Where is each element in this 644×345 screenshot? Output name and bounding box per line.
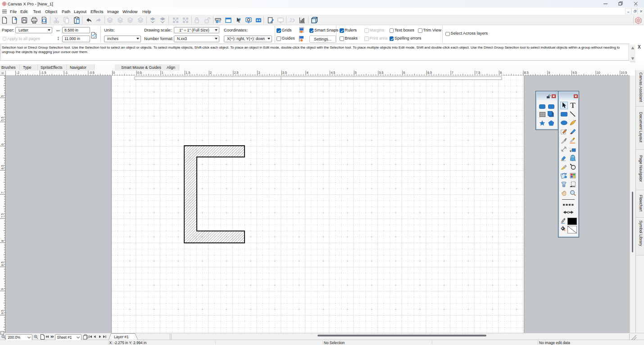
- svg-text:5: 5: [355, 71, 357, 74]
- svg-text:5.5: 5.5: [379, 71, 384, 74]
- svg-text:6.5: 6.5: [1, 165, 5, 170]
- svg-text:9: 9: [1, 288, 5, 290]
- svg-text:8.5: 8.5: [1, 261, 5, 266]
- svg-text:-1.5: -1.5: [41, 71, 46, 74]
- svg-text:4.5: 4.5: [331, 71, 335, 74]
- svg-text:6.5: 6.5: [427, 71, 432, 74]
- svg-text:-0.5: -0.5: [89, 71, 95, 74]
- svg-text:5.5: 5.5: [1, 116, 5, 121]
- svg-text:6: 6: [1, 143, 5, 145]
- svg-text:9.5: 9.5: [572, 71, 577, 74]
- svg-text:7.5: 7.5: [476, 71, 481, 74]
- svg-text:6: 6: [403, 71, 405, 74]
- svg-text:10.5: 10.5: [621, 71, 627, 74]
- svg-text:7.5: 7.5: [1, 213, 5, 218]
- svg-text:0: 0: [113, 71, 115, 74]
- svg-text:9.5: 9.5: [1, 310, 5, 314]
- svg-text:9: 9: [549, 71, 550, 74]
- svg-text:10: 10: [597, 71, 600, 74]
- svg-text:1: 1: [162, 71, 163, 74]
- svg-text:4: 4: [307, 71, 308, 74]
- svg-text:3: 3: [258, 71, 260, 74]
- svg-text:8.5: 8.5: [524, 71, 529, 74]
- svg-text:7: 7: [1, 192, 5, 193]
- svg-text:7: 7: [452, 71, 454, 74]
- svg-text:2: 2: [210, 71, 212, 74]
- svg-text:0.5: 0.5: [137, 71, 142, 74]
- svg-text:3.5: 3.5: [282, 71, 287, 74]
- svg-text:2: 2: [290, 18, 292, 23]
- svg-text:1.5: 1.5: [186, 71, 190, 74]
- svg-text:2.5: 2.5: [234, 71, 239, 74]
- svg-text:-1: -1: [65, 71, 68, 74]
- svg-text:-2: -2: [17, 71, 19, 74]
- svg-text:5: 5: [1, 95, 5, 97]
- svg-text:8: 8: [1, 240, 5, 242]
- svg-text:8: 8: [500, 71, 502, 74]
